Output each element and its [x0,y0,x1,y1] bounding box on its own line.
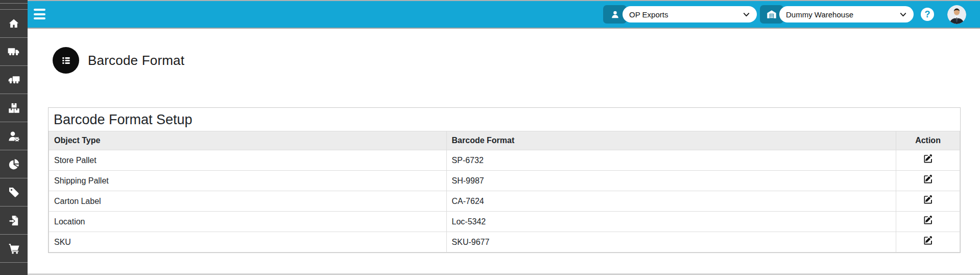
object-type-cell: Location [49,212,447,232]
page-title-block: Barcode Format [53,47,184,74]
table-header-row: Object Type Barcode Format Action [49,131,960,150]
user-gear-icon [8,130,20,143]
table-row: SKU SKU-9677 [49,232,960,253]
sidebar-item-user-settings[interactable] [0,122,28,150]
page-title: Barcode Format [88,53,184,68]
edit-button[interactable] [923,194,933,204]
tag-icon [8,186,20,198]
sidebar-item-import[interactable] [0,207,28,235]
edit-button[interactable] [923,174,933,184]
pie-chart-icon [8,158,20,170]
barcode-format-cell: SKU-9677 [446,232,896,253]
company-select[interactable]: OP Exports [623,6,757,22]
chevron-down-icon [899,11,907,18]
file-import-icon [8,215,20,226]
table-row: Location Loc-5342 [49,212,960,232]
barcode-format-cell: SH-9987 [446,171,896,191]
sidebar-item-inventory[interactable] [0,94,28,122]
company-select-value: OP Exports [629,10,668,19]
list-icon [53,47,79,74]
company-select-group: OP Exports [603,5,757,24]
sidebar-item-partial [0,263,28,275]
sidebar [0,0,28,275]
table-row: Carton Label CA-7624 [49,191,960,212]
barcode-format-cell: Loc-5342 [446,212,896,232]
sidebar-item-orders[interactable] [0,235,28,263]
edit-button[interactable] [923,153,933,164]
edit-icon [923,198,933,206]
edit-icon [923,219,933,226]
sidebar-item-reports[interactable] [0,150,28,178]
sidebar-spacer [0,4,28,10]
warehouse-select[interactable]: Dummy Warehouse [779,6,914,22]
sidebar-top-strip [0,0,28,4]
table-row: Store Pallet SP-6732 [49,150,960,171]
edit-button[interactable] [923,215,933,225]
panel-title: Barcode Format Setup [49,108,960,131]
sidebar-item-home[interactable] [0,10,28,38]
object-type-cell: SKU [49,232,447,253]
edit-icon [923,178,933,186]
edit-button[interactable] [923,235,933,245]
truck-left-icon [7,73,20,86]
edit-icon [923,157,933,165]
shopping-cart-icon [8,242,20,255]
column-header-object-type: Object Type [49,131,447,150]
object-type-cell: Store Pallet [49,150,447,171]
top-navigation-bar: OP Exports Dummy Warehouse [0,0,980,29]
object-type-cell: Shipping Pallet [49,171,447,191]
warehouse-select-group: Dummy Warehouse [760,5,914,24]
warehouse-select-value: Dummy Warehouse [786,10,853,19]
edit-icon [923,239,933,247]
boxes-stacked-icon [8,102,20,114]
barcode-format-table: Object Type Barcode Format Action Store … [49,131,960,253]
column-header-action: Action [896,131,960,150]
chevron-down-icon [743,11,750,18]
sidebar-item-truck-out[interactable] [0,38,28,66]
object-type-cell: Carton Label [49,191,447,212]
home-icon [8,17,20,30]
hamburger-menu-icon[interactable] [34,9,45,19]
table-row: Shipping Pallet SH-9987 [49,171,960,191]
help-icon[interactable]: ? [921,8,934,21]
barcode-format-cell: CA-7624 [446,191,896,212]
barcode-format-setup-panel: Barcode Format Setup Object Type Barcode… [48,107,961,253]
barcode-format-cell: SP-6732 [446,150,896,171]
topbar-right-cluster: OP Exports Dummy Warehouse [600,1,966,28]
column-header-barcode-format: Barcode Format [446,131,896,150]
avatar[interactable] [947,5,966,24]
truck-right-icon [7,45,20,58]
sidebar-item-labels[interactable] [0,178,28,207]
sidebar-item-truck-in[interactable] [0,66,28,94]
